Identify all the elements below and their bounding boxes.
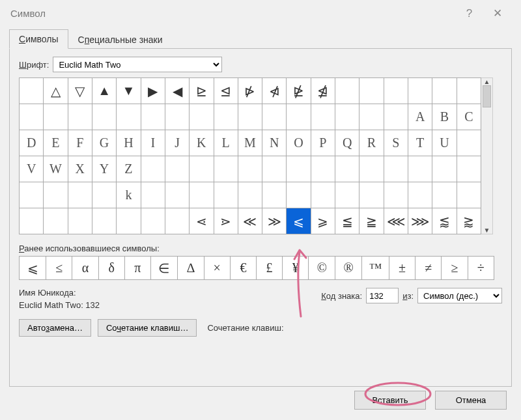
grid-cell[interactable] — [68, 104, 92, 130]
grid-cell[interactable]: ≫ — [262, 208, 287, 234]
grid-cell[interactable]: M — [238, 130, 262, 156]
grid-cell[interactable]: ⩽ — [287, 208, 311, 234]
grid-cell[interactable]: D — [20, 130, 44, 156]
grid-cell[interactable] — [117, 104, 141, 130]
grid-cell[interactable] — [287, 156, 311, 182]
grid-cell[interactable]: B — [432, 104, 457, 130]
grid-cell[interactable]: ⋗ — [214, 208, 238, 234]
recent-cell[interactable]: ≠ — [415, 257, 442, 280]
grid-cell[interactable]: ≧ — [359, 208, 384, 234]
grid-cell[interactable] — [432, 182, 457, 208]
grid-cell[interactable]: Y — [92, 156, 116, 182]
grid-cell[interactable] — [92, 104, 116, 130]
grid-cell[interactable] — [44, 182, 68, 208]
grid-cell[interactable] — [214, 156, 238, 182]
grid-cell[interactable] — [20, 182, 44, 208]
grid-cell[interactable]: L — [214, 130, 238, 156]
grid-cell[interactable]: ⪅ — [432, 208, 457, 234]
grid-cell[interactable]: W — [44, 156, 68, 182]
grid-cell[interactable] — [68, 208, 92, 234]
grid-cell[interactable] — [408, 156, 432, 182]
grid-cell[interactable] — [457, 182, 481, 208]
help-icon[interactable]: ? — [456, 7, 482, 20]
grid-cell[interactable]: Q — [335, 130, 359, 156]
grid-cell[interactable] — [165, 182, 189, 208]
grid-cell[interactable]: ⋙ — [408, 208, 432, 234]
grid-cell[interactable] — [238, 104, 262, 130]
grid-cell[interactable]: K — [190, 130, 214, 156]
grid-cell[interactable]: ⋘ — [384, 208, 408, 234]
grid-cell[interactable] — [359, 182, 384, 208]
grid-cell[interactable] — [141, 208, 165, 234]
grid-cell[interactable]: ▽ — [68, 78, 92, 104]
recent-cell[interactable]: δ — [98, 257, 124, 280]
grid-cell[interactable]: G — [92, 130, 116, 156]
recent-cell[interactable]: ¥ — [283, 257, 309, 280]
grid-cell[interactable] — [457, 156, 481, 182]
grid-cell[interactable] — [432, 78, 457, 104]
shortcut-button[interactable]: Сочетание клавиш… — [98, 319, 197, 337]
grid-cell[interactable]: ≪ — [238, 208, 262, 234]
grid-cell[interactable]: C — [457, 104, 481, 130]
grid-cell[interactable] — [190, 156, 214, 182]
grid-cell[interactable]: F — [68, 130, 92, 156]
grid-cell[interactable]: k — [117, 182, 141, 208]
grid-cell[interactable] — [238, 156, 262, 182]
grid-cell[interactable] — [92, 182, 116, 208]
character-grid[interactable]: △▽▲▼▶◀⊵⊴⋫⋪⋭⋬ABCDEFGHIJKLMNOPQRSTUVWXYZk⋖… — [19, 77, 481, 234]
grid-cell[interactable] — [238, 182, 262, 208]
autocorrect-button[interactable]: Автозамена… — [19, 319, 91, 337]
tab-symbols[interactable]: Символы — [9, 29, 68, 49]
scroll-up-icon[interactable]: ▲ — [484, 78, 490, 85]
grid-cell[interactable] — [262, 182, 287, 208]
grid-cell[interactable] — [44, 104, 68, 130]
grid-cell[interactable] — [141, 104, 165, 130]
grid-cell[interactable]: V — [20, 156, 44, 182]
grid-cell[interactable] — [384, 182, 408, 208]
grid-cell[interactable] — [141, 156, 165, 182]
grid-cell[interactable]: ⊴ — [214, 78, 238, 104]
grid-cell[interactable] — [165, 156, 189, 182]
grid-cell[interactable] — [311, 182, 335, 208]
grid-cell[interactable]: E — [44, 130, 68, 156]
grid-cell[interactable]: T — [408, 130, 432, 156]
tab-special-chars[interactable]: Специальные знаки — [68, 30, 173, 49]
grid-cell[interactable] — [359, 104, 384, 130]
close-icon[interactable]: ✕ — [485, 7, 511, 20]
grid-cell[interactable] — [68, 182, 92, 208]
grid-cell[interactable] — [335, 104, 359, 130]
grid-cell[interactable]: ▼ — [117, 78, 141, 104]
recent-cell[interactable]: π — [124, 257, 150, 280]
grid-cell[interactable]: X — [68, 156, 92, 182]
grid-cell[interactable]: ⋬ — [311, 78, 335, 104]
grid-cell[interactable] — [384, 104, 408, 130]
grid-cell[interactable] — [190, 104, 214, 130]
recent-cell[interactable]: ± — [389, 257, 415, 280]
grid-cell[interactable] — [44, 208, 68, 234]
recent-cell[interactable]: ® — [335, 257, 362, 280]
grid-cell[interactable]: R — [359, 130, 384, 156]
grid-cell[interactable] — [384, 156, 408, 182]
grid-cell[interactable] — [457, 130, 481, 156]
grid-cell[interactable]: ◀ — [165, 78, 189, 104]
charcode-input[interactable] — [366, 288, 399, 303]
grid-cell[interactable] — [262, 156, 287, 182]
grid-cell[interactable]: O — [287, 130, 311, 156]
grid-cell[interactable]: ⊵ — [190, 78, 214, 104]
grid-cell[interactable]: H — [117, 130, 141, 156]
grid-cell[interactable] — [92, 208, 116, 234]
grid-cell[interactable] — [190, 182, 214, 208]
recent-cell[interactable]: ∈ — [150, 257, 177, 280]
recent-cell[interactable]: € — [230, 257, 256, 280]
recent-cell[interactable]: × — [204, 257, 230, 280]
cancel-button[interactable]: Отмена — [435, 391, 507, 410]
grid-cell[interactable] — [117, 208, 141, 234]
grid-cell[interactable]: J — [165, 130, 189, 156]
grid-cell[interactable]: ▲ — [92, 78, 116, 104]
grid-cell[interactable] — [262, 104, 287, 130]
recent-cell[interactable]: ™ — [362, 257, 389, 280]
grid-cell[interactable]: ⋭ — [287, 78, 311, 104]
grid-cell[interactable]: N — [262, 130, 287, 156]
grid-cell[interactable]: ⋫ — [238, 78, 262, 104]
grid-cell[interactable] — [287, 182, 311, 208]
